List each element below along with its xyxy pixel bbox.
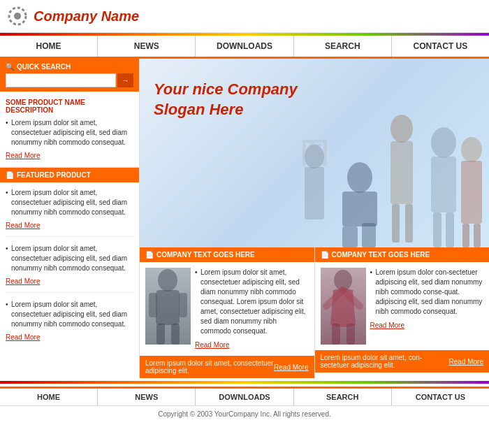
magnifier-icon: 🔍 — [6, 63, 14, 71]
product-description: SOME PRODUCT NAME DESCRIPTION Lorem ipsu… — [0, 92, 139, 167]
content-columns: 📄 COMPANY TEXT GOES HERE — [140, 247, 489, 378]
col2-caption-text: Lorem ipsum dolor sit amet, con-sectetue… — [321, 354, 449, 369]
featured-bullet-2: Lorem ipsum dolor sit amet, consectetuer… — [6, 244, 133, 273]
col1-caption-read-more[interactable]: Read More — [274, 363, 308, 371]
featured-bullet-1: Lorem ipsum dolor sit amet, consectetuer… — [6, 188, 133, 217]
svg-rect-27 — [332, 324, 340, 345]
hero-text: Your nice Company Slogan Here — [154, 80, 298, 120]
col2-text: Lorem ipsum dolor con-sectetuer adipisci… — [370, 268, 484, 345]
footer-nav-color-bar — [0, 381, 489, 384]
featured-read-more-2[interactable]: Read More — [6, 277, 133, 285]
featured-header: 📄 FEATURED PRODUCT — [0, 168, 139, 182]
footer-nav-home[interactable]: HOME — [0, 389, 98, 405]
nav-item-search[interactable]: SEARCH — [294, 36, 392, 57]
svg-point-20 — [158, 269, 177, 291]
content-col-2: 📄 COMPANY TEXT GOES HERE — [315, 247, 490, 378]
footer-nav-news[interactable]: NEWS — [98, 389, 196, 405]
svg-point-14 — [461, 137, 482, 162]
featured-read-more-3[interactable]: Read More — [6, 333, 133, 341]
nav-item-contact[interactable]: CONTACT US — [392, 36, 489, 57]
featured-item-1: Lorem ipsum dolor sit amet, consectetuer… — [6, 188, 133, 237]
svg-rect-25 — [179, 293, 187, 317]
product-read-more[interactable]: Read More — [6, 152, 133, 159]
svg-rect-21 — [156, 290, 180, 325]
col2-header: 📄 COMPANY TEXT GOES HERE — [315, 247, 490, 262]
svg-rect-15 — [461, 161, 482, 224]
svg-point-10 — [347, 162, 372, 193]
svg-rect-5 — [446, 212, 454, 247]
svg-rect-7 — [391, 141, 413, 204]
hero-slogan: Your nice Company Slogan Here — [154, 80, 298, 120]
product-title: SOME PRODUCT NAME DESCRIPTION — [6, 99, 133, 114]
main-layout: 🔍 QUICK SEARCH → SOME PRODUCT NAME DESCR… — [0, 59, 489, 378]
document-icon: 📄 — [6, 171, 14, 179]
col1-content: Lorem ipsum dolor sit amet, consectetuer… — [140, 262, 314, 356]
col1-caption-text: Lorem ipsum dolor sit amet, consectetuer… — [145, 359, 274, 375]
svg-rect-17 — [474, 224, 481, 247]
company-name: Company Name — [34, 8, 139, 24]
svg-point-0 — [14, 13, 21, 20]
footer-nav: HOME NEWS DOWNLOADS SEARCH CONTACT US — [0, 386, 489, 406]
col1-text: Lorem ipsum dolor sit amet, consectetuer… — [195, 268, 309, 350]
featured-item-3: Lorem ipsum dolor sit amet, consectetuer… — [6, 300, 133, 348]
col1-doc-icon: 📄 — [145, 251, 154, 259]
svg-rect-23 — [171, 324, 180, 345]
svg-rect-3 — [431, 157, 456, 212]
product-bullet-1: Lorem ipsum dolor sit amet, consectetuer… — [6, 118, 133, 147]
gear-icon — [7, 6, 28, 27]
search-input[interactable] — [6, 73, 116, 87]
footer-nav-search[interactable]: SEARCH — [294, 389, 392, 405]
nav-item-downloads[interactable]: DOWNLOADS — [196, 36, 293, 57]
footer-nav-downloads[interactable]: DOWNLOADS — [196, 389, 293, 405]
col2-caption-read-more[interactable]: Read More — [449, 358, 483, 366]
col1-caption-row: Lorem ipsum dolor sit amet, consectetuer… — [140, 356, 314, 378]
svg-point-6 — [391, 115, 413, 143]
svg-rect-28 — [346, 324, 355, 345]
svg-rect-19 — [305, 167, 324, 219]
svg-rect-12 — [342, 226, 358, 247]
featured-content: Lorem ipsum dolor sit amet, consectetuer… — [0, 182, 139, 361]
col1-image — [145, 268, 191, 345]
nav-item-news[interactable]: NEWS — [98, 36, 196, 57]
featured-item-2: Lorem ipsum dolor sit amet, consectetuer… — [6, 244, 133, 293]
hero-section: 图 Your nice Company Slogan Here — [140, 59, 489, 247]
svg-rect-4 — [433, 212, 441, 247]
search-row: → — [6, 73, 133, 87]
featured-bullet-3: Lorem ipsum dolor sit amet, consectetuer… — [6, 300, 133, 329]
svg-rect-9 — [405, 204, 413, 243]
col2-read-more[interactable]: Read More — [370, 321, 484, 331]
svg-rect-11 — [342, 192, 377, 226]
col2-content: Lorem ipsum dolor con-sectetuer adipisci… — [315, 262, 490, 350]
col2-caption-row: Lorem ipsum dolor sit amet, con-sectetue… — [315, 350, 490, 373]
featured-title: FEATURED PRODUCT — [17, 171, 91, 179]
copyright: Copyright © 2003 YourCompany Inc. All ri… — [0, 406, 489, 422]
search-section: 🔍 QUICK SEARCH → — [0, 59, 139, 92]
col1-read-more[interactable]: Read More — [195, 340, 309, 350]
svg-rect-13 — [362, 223, 376, 247]
col1-bullet: Lorem ipsum dolor sit amet, consectetuer… — [195, 268, 309, 336]
svg-rect-22 — [156, 324, 165, 345]
right-content: 图 Your nice Company Slogan Here — [140, 59, 489, 378]
nav-item-home[interactable]: HOME — [0, 36, 98, 57]
svg-point-2 — [431, 127, 456, 158]
col2-header-text: COMPANY TEXT GOES HERE — [332, 251, 430, 259]
svg-rect-16 — [462, 224, 469, 247]
sidebar: 🔍 QUICK SEARCH → SOME PRODUCT NAME DESCR… — [0, 59, 140, 378]
col1-header-text: COMPANY TEXT GOES HERE — [156, 251, 255, 259]
col1-header: 📄 COMPANY TEXT GOES HERE — [140, 247, 314, 262]
col2-bullet: Lorem ipsum dolor con-sectetuer adipisci… — [370, 268, 484, 317]
svg-rect-8 — [392, 204, 400, 243]
svg-rect-24 — [149, 293, 157, 317]
top-nav: HOME NEWS DOWNLOADS SEARCH CONTACT US — [0, 36, 489, 59]
header: Company Name — [0, 0, 489, 33]
svg-point-18 — [305, 145, 324, 168]
content-col-1: 📄 COMPANY TEXT GOES HERE — [140, 247, 315, 378]
featured-read-more-1[interactable]: Read More — [6, 222, 133, 229]
footer-nav-contact[interactable]: CONTACT US — [392, 389, 489, 405]
col2-image — [321, 268, 366, 345]
col2-doc-icon: 📄 — [321, 251, 329, 259]
search-button[interactable]: → — [117, 73, 133, 87]
search-label: 🔍 QUICK SEARCH — [6, 63, 133, 71]
